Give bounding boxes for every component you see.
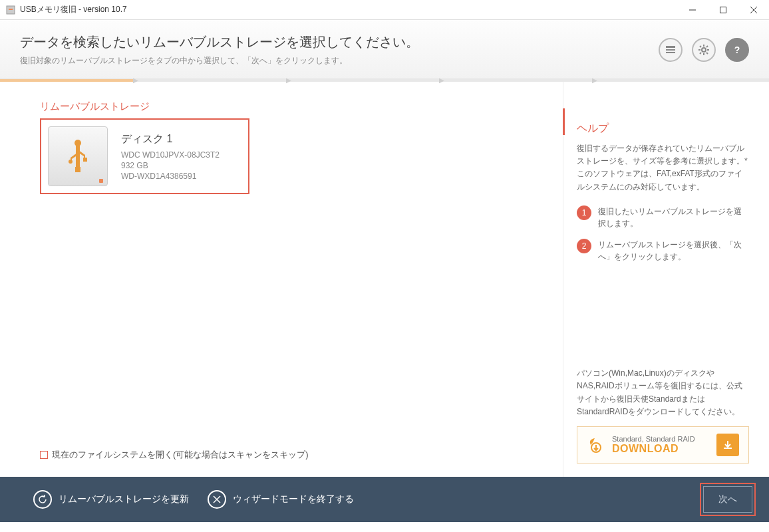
svg-line-15 xyxy=(706,53,708,54)
download-big-label: DOWNLOAD xyxy=(612,443,710,455)
svg-point-9 xyxy=(702,48,706,52)
svg-rect-6 xyxy=(666,46,675,48)
download-icon-button[interactable] xyxy=(716,434,739,456)
next-button[interactable]: 次へ xyxy=(703,486,752,513)
svg-line-17 xyxy=(700,53,701,54)
app-icon xyxy=(5,5,16,15)
disk-serial: WD-WXD1A4386591 xyxy=(121,172,220,181)
skip-scan-checkbox[interactable]: 現在のファイルシステムを開く(可能な場合はスキャンをスキップ) xyxy=(40,449,541,461)
close-button[interactable] xyxy=(738,0,769,20)
checkbox-icon xyxy=(40,451,48,459)
section-title: リムーバブルストレージ xyxy=(40,100,541,113)
help-sidebar: ヘルプ 復旧するデータが保存されていたリムーバブルストレージを、サイズ等を参考に… xyxy=(563,82,769,477)
svg-rect-21 xyxy=(75,167,80,172)
svg-line-14 xyxy=(700,46,701,47)
help-icon-button[interactable]: ? xyxy=(725,38,749,62)
svg-line-16 xyxy=(706,46,708,47)
help-step-1: 1 復旧したいリムーバブルストレージを選択します。 xyxy=(577,205,749,229)
svg-rect-8 xyxy=(666,52,675,53)
disk-model: WDC WD10JPVX-08JC3T2 xyxy=(121,150,220,160)
svg-text:?: ? xyxy=(734,45,740,55)
usb-drive-icon xyxy=(48,126,108,186)
download-small-label: Standard, Standard RAID xyxy=(612,435,710,443)
step-number-icon: 2 xyxy=(577,239,591,253)
svg-rect-7 xyxy=(666,49,675,51)
svg-rect-3 xyxy=(720,7,726,13)
svg-rect-1 xyxy=(9,9,13,10)
close-icon xyxy=(208,490,226,509)
page-title: データを検索したいリムーバブルストレージを選択してください。 xyxy=(20,33,659,51)
settings-icon-button[interactable] xyxy=(692,38,716,62)
refresh-button[interactable]: リムーバブルストレージを更新 xyxy=(33,490,189,509)
wing-icon xyxy=(587,436,605,454)
titlebar: USBメモリ復旧 - version 10.7 xyxy=(0,0,769,20)
checkbox-label: 現在のファイルシステムを開く(可能な場合はスキャンをスキップ) xyxy=(52,449,309,461)
step-number-icon: 1 xyxy=(577,205,591,220)
header: データを検索したいリムーバブルストレージを選択してください。 復旧対象のリムーバ… xyxy=(0,20,769,79)
svg-point-22 xyxy=(69,160,73,164)
exit-wizard-button[interactable]: ウィザードモードを終了する xyxy=(208,490,354,509)
refresh-icon xyxy=(33,490,52,509)
minimize-button[interactable] xyxy=(677,0,708,20)
download-description: パソコン(Win,Mac,Linux)のディスクやNAS,RAIDボリューム等を… xyxy=(577,367,749,418)
window-title: USBメモリ復旧 - version 10.7 xyxy=(20,4,677,15)
svg-point-20 xyxy=(75,140,81,146)
page-subtitle: 復旧対象のリムーバブルストレージをタブの中から選択して、「次へ」をクリックします… xyxy=(20,55,659,66)
help-step-2: 2 リムーバブルストレージを選択後、「次へ」をクリックします。 xyxy=(577,239,749,263)
footer: リムーバブルストレージを更新 ウィザードモードを終了する 次へ xyxy=(0,477,769,522)
help-title: ヘルプ xyxy=(577,122,749,136)
disk-size: 932 GB xyxy=(121,161,220,170)
main-panel: リムーバブルストレージ ディスク 1 WDC WD10JPVX-08JC3T2 … xyxy=(0,82,563,477)
disk-name: ディスク 1 xyxy=(121,132,220,146)
next-button-highlight: 次へ xyxy=(700,483,756,516)
help-intro: 復旧するデータが保存されていたリムーバブルストレージを、サイズ等を参考に選択しま… xyxy=(577,142,749,194)
svg-rect-23 xyxy=(83,158,87,162)
disk-card[interactable]: ディスク 1 WDC WD10JPVX-08JC3T2 932 GB WD-WX… xyxy=(40,118,249,194)
log-icon-button[interactable] xyxy=(659,38,683,62)
download-box[interactable]: Standard, Standard RAID DOWNLOAD xyxy=(577,426,749,464)
maximize-button[interactable] xyxy=(708,0,738,20)
svg-rect-19 xyxy=(76,144,80,168)
